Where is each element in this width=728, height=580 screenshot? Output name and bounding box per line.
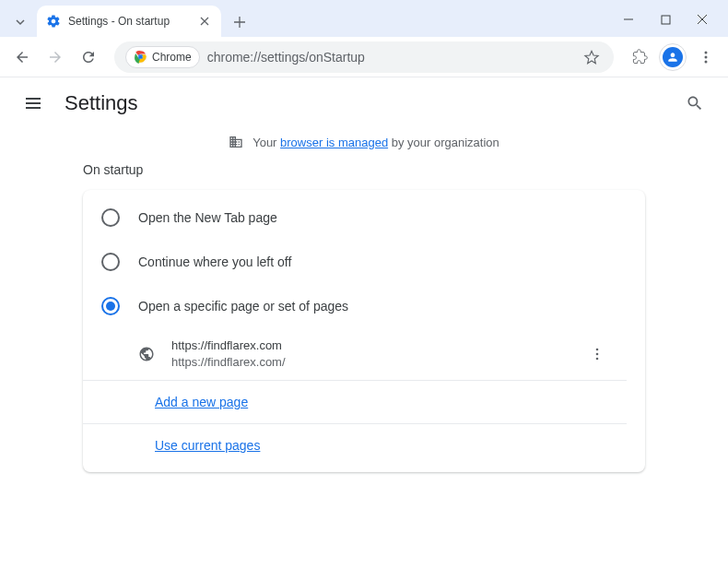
managed-banner: Your browser is managed by your organiza… [0,129,728,162]
forward-button[interactable] [41,42,70,72]
page-title: Settings [65,91,138,115]
page-entry-url: https://findflarex.com/ [171,354,586,371]
svg-rect-0 [662,16,670,24]
puzzle-icon [632,49,648,65]
tab-close-button[interactable] [197,14,212,29]
radio-icon [101,297,120,315]
avatar-icon [663,47,683,67]
menu-button[interactable] [691,42,721,72]
radio-icon [101,208,120,227]
managed-text: Your browser is managed by your organiza… [252,136,499,149]
reload-icon [80,49,97,65]
browser-titlebar: Settings - On startup [0,0,728,37]
maximize-icon [661,15,671,25]
arrow-left-icon [14,49,30,65]
close-icon [200,17,209,26]
chrome-logo-icon [134,50,147,64]
url-text: chrome://settings/onStartup [207,50,581,65]
hamburger-menu-button[interactable] [18,89,48,118]
page-entry-more-button[interactable] [586,343,608,365]
settings-header: Settings [0,77,728,129]
arrow-right-icon [47,49,64,65]
hamburger-icon [24,94,42,112]
startup-card: Open the New Tab page Continue where you… [83,190,645,472]
svg-point-6 [705,51,708,53]
chevron-down-icon [15,17,26,28]
use-current-link[interactable]: Use current pages [155,438,260,453]
radio-label: Continue where you left off [138,254,291,269]
tab-search-dropdown[interactable] [7,9,33,35]
startup-page-row: https://findflarex.com https://findflare… [83,328,627,381]
radio-label: Open the New Tab page [138,210,277,225]
settings-gear-icon [46,14,61,29]
kebab-icon [590,347,605,361]
add-page-link[interactable]: Add a new page [155,395,248,409]
new-tab-button[interactable] [227,9,252,35]
radio-new-tab[interactable]: Open the New Tab page [83,195,645,240]
minimize-button[interactable] [610,6,647,33]
reload-button[interactable] [74,42,103,72]
browser-toolbar: Chrome chrome://settings/onStartup [0,37,728,77]
svg-point-11 [596,358,599,361]
svg-point-7 [705,55,708,58]
svg-point-10 [596,353,599,356]
radio-continue[interactable]: Continue where you left off [83,240,645,284]
site-chip[interactable]: Chrome [125,46,200,68]
globe-icon [138,346,155,362]
bookmark-button[interactable] [581,46,603,68]
managed-link[interactable]: browser is managed [280,136,388,149]
address-bar[interactable]: Chrome chrome://settings/onStartup [114,41,614,73]
kebab-icon [699,50,713,65]
svg-point-5 [139,55,143,59]
minimize-icon [623,14,634,25]
search-icon [686,94,704,112]
settings-content: On startup Open the New Tab page Continu… [0,162,728,472]
page-entry-title: https://findflarex.com [171,337,586,354]
use-current-row: Use current pages [83,424,627,467]
close-icon [697,14,708,25]
site-chip-label: Chrome [152,51,192,64]
profile-button[interactable] [658,42,687,72]
radio-specific-pages[interactable]: Open a specific page or set of pages [83,284,645,328]
tab-title: Settings - On startup [68,15,197,28]
radio-icon [101,253,120,271]
section-title: On startup [83,162,645,177]
star-icon [583,49,600,65]
close-window-button[interactable] [684,6,721,33]
search-settings-button[interactable] [680,89,710,118]
browser-tab[interactable]: Settings - On startup [37,6,221,37]
maximize-button[interactable] [647,6,684,33]
svg-point-9 [596,349,599,351]
building-icon [229,135,243,149]
plus-icon [233,16,246,29]
window-controls [610,6,721,33]
extensions-button[interactable] [625,42,654,72]
radio-label: Open a specific page or set of pages [138,299,348,314]
back-button[interactable] [7,42,37,72]
svg-point-8 [705,60,708,63]
add-page-row: Add a new page [83,381,627,424]
